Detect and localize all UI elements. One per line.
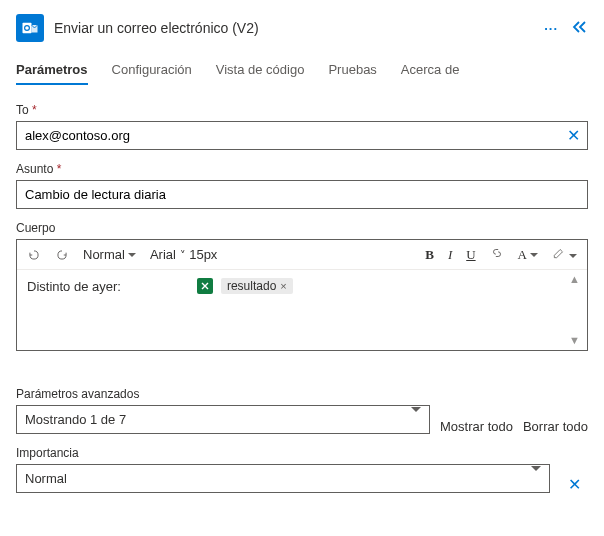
more-menu[interactable]: ··· (544, 21, 558, 36)
font-color-button[interactable]: A (518, 247, 538, 263)
dynamic-token[interactable]: resultado× (221, 278, 293, 294)
importance-value: Normal (25, 471, 67, 486)
body-label: Cuerpo (16, 221, 588, 235)
advanced-select[interactable]: Mostrando 1 de 7 (16, 405, 430, 434)
field-subject: Asunto * (16, 162, 588, 209)
token-remove[interactable]: × (280, 280, 286, 292)
tab-tests[interactable]: Pruebas (328, 62, 376, 85)
field-advanced: Parámetros avanzados Mostrando 1 de 7 Mo… (16, 387, 588, 434)
collapse-button[interactable] (572, 20, 588, 37)
body-text: Distinto de ayer: (27, 279, 121, 294)
clear-all-link[interactable]: Borrar todo (523, 419, 588, 434)
editor-toolbar: Normal Arial ˅ 15px B I U A (17, 240, 587, 270)
card-title: Enviar un correo electrónico (V2) (54, 20, 534, 36)
redo-button[interactable] (55, 248, 69, 262)
underline-button[interactable]: U (466, 247, 475, 263)
svg-rect-0 (23, 23, 32, 34)
heading-select[interactable]: Normal (83, 247, 136, 262)
tab-about[interactable]: Acerca de (401, 62, 460, 85)
field-to: To * ✕ (16, 103, 588, 150)
to-input[interactable] (17, 122, 559, 149)
clear-importance-button[interactable]: ✕ (560, 477, 588, 493)
font-select[interactable]: Arial ˅ 15px (150, 247, 217, 262)
scroll-up-icon[interactable]: ▲ (569, 274, 583, 285)
advanced-value: Mostrando 1 de 7 (25, 412, 126, 427)
clear-to-button[interactable]: ✕ (559, 128, 587, 144)
link-button[interactable] (490, 246, 504, 263)
undo-button[interactable] (27, 248, 41, 262)
italic-button[interactable]: I (448, 247, 452, 263)
to-label: To * (16, 103, 588, 117)
importance-label: Importancia (16, 446, 588, 460)
card-header: Enviar un correo electrónico (V2) ··· (16, 14, 588, 42)
tab-config[interactable]: Configuración (112, 62, 192, 85)
highlight-button[interactable] (552, 246, 577, 263)
subject-label: Asunto * (16, 162, 588, 176)
editor-body[interactable]: Distinto de ayer: resultado× ▲ ▼ (17, 270, 587, 350)
chevron-down-icon (411, 407, 421, 432)
advanced-label: Parámetros avanzados (16, 387, 588, 401)
outlook-icon (16, 14, 44, 42)
show-all-link[interactable]: Mostrar todo (440, 419, 513, 434)
tab-bar: Parámetros Configuración Vista de código… (16, 62, 588, 85)
field-body: Cuerpo Normal Arial ˅ 15px B I U A Disti… (16, 221, 588, 351)
subject-input[interactable] (17, 181, 587, 208)
tab-params[interactable]: Parámetros (16, 62, 88, 85)
scroll-down-icon[interactable]: ▼ (569, 335, 583, 346)
rich-editor: Normal Arial ˅ 15px B I U A Distinto de … (16, 239, 588, 351)
tab-code[interactable]: Vista de código (216, 62, 305, 85)
field-importance: Importancia Normal ✕ (16, 446, 588, 493)
editor-scrollbar[interactable]: ▲ ▼ (569, 274, 583, 346)
importance-select[interactable]: Normal (16, 464, 550, 493)
excel-icon (197, 278, 213, 294)
bold-button[interactable]: B (425, 247, 434, 263)
chevron-down-icon (531, 466, 541, 491)
